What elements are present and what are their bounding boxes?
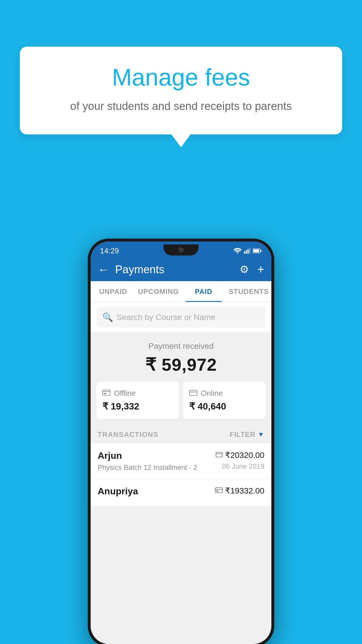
wifi-icon bbox=[233, 248, 242, 254]
svg-rect-7 bbox=[261, 250, 262, 252]
search-bar[interactable]: 🔍 Search by Course or Name bbox=[96, 307, 266, 328]
offline-icon bbox=[102, 389, 110, 398]
payment-received-amount: ₹ 59,972 bbox=[98, 354, 264, 375]
online-icon bbox=[189, 389, 197, 398]
filter-label: FILTER bbox=[230, 430, 255, 439]
transaction-amount-row: ₹20320.00 bbox=[216, 450, 264, 460]
transaction-left: Anupriya bbox=[98, 486, 138, 499]
offline-label: Offline bbox=[114, 389, 136, 398]
payment-received-label: Payment received bbox=[98, 342, 264, 351]
app-header: ← Payments ⚙ + bbox=[91, 258, 271, 281]
transaction-type-icon bbox=[216, 452, 223, 459]
online-card: Online ₹ 40,640 bbox=[183, 382, 266, 419]
svg-rect-10 bbox=[189, 390, 197, 396]
svg-rect-6 bbox=[253, 249, 259, 252]
phone-screen: 14:29 bbox=[91, 242, 271, 644]
tooltip-title: Manage fees bbox=[40, 64, 322, 90]
payment-received-section: Payment received ₹ 59,972 bbox=[91, 332, 271, 382]
tab-upcoming[interactable]: UPCOMING bbox=[136, 281, 181, 302]
svg-rect-8 bbox=[103, 390, 110, 395]
tab-unpaid[interactable]: UNPAID bbox=[91, 281, 136, 302]
svg-rect-1 bbox=[244, 251, 245, 254]
status-time: 14:29 bbox=[100, 246, 119, 256]
transactions-label: TRANSACTIONS bbox=[98, 430, 159, 439]
transaction-name: Anupriya bbox=[98, 486, 138, 497]
offline-card-header: Offline bbox=[102, 389, 173, 398]
svg-point-0 bbox=[237, 253, 238, 254]
tabs-bar: UNPAID UPCOMING PAID STUDENTS bbox=[91, 281, 271, 302]
online-label: Online bbox=[201, 389, 223, 398]
transaction-amount: ₹20320.00 bbox=[225, 450, 264, 460]
battery-icon bbox=[253, 249, 262, 253]
search-icon: 🔍 bbox=[102, 312, 113, 322]
offline-card: Offline ₹ 19,332 bbox=[96, 382, 179, 419]
camera bbox=[178, 247, 184, 253]
settings-button[interactable]: ⚙ bbox=[240, 263, 249, 276]
transaction-right: ₹20320.00 06 June 2019 bbox=[216, 450, 264, 470]
transaction-list: Arjun Physics Batch 12 Installment - 2 ₹… bbox=[91, 443, 271, 506]
online-card-header: Online bbox=[189, 389, 260, 398]
transaction-row[interactable]: Anupriya ₹19332.00 bbox=[91, 479, 271, 506]
transaction-amount-row: ₹19332.00 bbox=[215, 486, 264, 496]
filter-button[interactable]: FILTER ▼ bbox=[230, 430, 264, 439]
svg-rect-12 bbox=[215, 488, 222, 493]
search-placeholder: Search by Course or Name bbox=[117, 313, 215, 322]
transaction-amount: ₹19332.00 bbox=[225, 486, 264, 496]
payment-cards: Offline ₹ 19,332 Online ₹ 40,640 bbox=[91, 382, 271, 426]
transactions-header: TRANSACTIONS FILTER ▼ bbox=[91, 426, 271, 443]
search-bar-wrap: 🔍 Search by Course or Name bbox=[91, 302, 271, 332]
add-button[interactable]: + bbox=[257, 262, 264, 276]
signal-icon bbox=[244, 248, 250, 254]
transaction-course: Physics Batch 12 Installment - 2 bbox=[98, 463, 197, 472]
offline-amount: ₹ 19,332 bbox=[102, 401, 173, 412]
tooltip-card: Manage fees of your students and send re… bbox=[20, 47, 342, 134]
tab-paid[interactable]: PAID bbox=[181, 281, 226, 302]
svg-rect-13 bbox=[216, 491, 218, 491]
back-button[interactable]: ← bbox=[98, 264, 109, 275]
transaction-row[interactable]: Arjun Physics Batch 12 Installment - 2 ₹… bbox=[91, 443, 271, 479]
transaction-right: ₹19332.00 bbox=[215, 486, 264, 498]
header-icons: ⚙ + bbox=[240, 262, 264, 276]
online-amount: ₹ 40,640 bbox=[189, 401, 260, 412]
header-title: Payments bbox=[115, 263, 234, 276]
svg-rect-11 bbox=[216, 452, 222, 457]
transaction-name: Arjun bbox=[98, 450, 197, 461]
filter-icon: ▼ bbox=[258, 431, 264, 438]
tooltip-subtitle: of your students and send receipts to pa… bbox=[40, 99, 322, 114]
notch bbox=[164, 244, 198, 256]
svg-rect-2 bbox=[246, 250, 247, 254]
transaction-left: Arjun Physics Batch 12 Installment - 2 bbox=[98, 450, 197, 472]
svg-rect-4 bbox=[249, 248, 250, 254]
svg-rect-3 bbox=[247, 249, 249, 254]
phone-frame: 14:29 bbox=[88, 239, 274, 644]
svg-rect-9 bbox=[104, 393, 106, 394]
status-icons bbox=[233, 248, 262, 254]
transaction-date: 06 June 2019 bbox=[222, 462, 264, 470]
transaction-type-icon-offline bbox=[215, 487, 223, 495]
tab-students[interactable]: STUDENTS bbox=[226, 281, 271, 302]
